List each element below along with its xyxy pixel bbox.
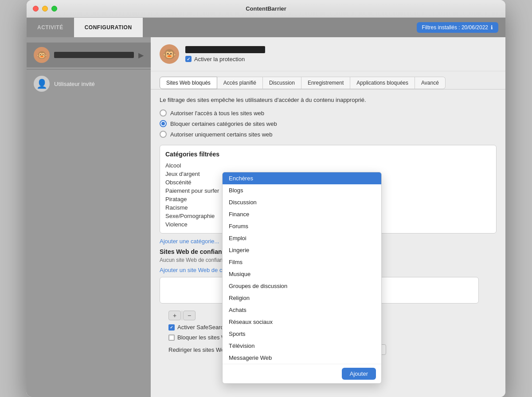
sidebar-item-active-user[interactable]: 🐵 ▶ [27, 43, 151, 67]
radio-row-2[interactable]: Autoriser uniquement certains sites web [160, 131, 497, 138]
sidebar-divider [27, 69, 151, 70]
dropdown-item-groupes[interactable]: Groupes de discussion [223, 280, 381, 292]
avatar-guest: 👤 [34, 76, 50, 92]
tab-applications-bloquees[interactable]: Applications bloquées [350, 77, 415, 89]
tab-discussion[interactable]: Discussion [263, 77, 301, 89]
dropdown-item-blogs[interactable]: Blogs [223, 184, 381, 196]
dropdown-item-sports[interactable]: Sports [223, 328, 381, 340]
dropdown-item-reseaux[interactable]: Réseaux sociaux [223, 316, 381, 328]
tab-acces-planifie[interactable]: Accès planifié [217, 77, 263, 89]
traffic-lights [33, 6, 57, 12]
minimize-button[interactable] [42, 6, 48, 12]
dropdown-item-emploi[interactable]: Emploi [223, 232, 381, 244]
add-item-button[interactable]: + [168, 311, 181, 320]
category-dropdown: Enchères Blogs Discussion Finance Forums [222, 172, 382, 384]
user-info: Activer la protection [185, 46, 265, 62]
safe-search-checkbox[interactable] [168, 324, 175, 331]
categories-title: Catégories filtrées [165, 151, 491, 158]
content-area: Le filtrage des sites empêche les utilis… [151, 90, 505, 366]
dropdown-add-button[interactable]: Ajouter [342, 368, 376, 380]
tab-avance[interactable]: Avancé [415, 77, 446, 89]
app-window: ContentBarrier ACTIVITÉ CONFIGURATION Fi… [27, 0, 505, 397]
dropdown-item-television[interactable]: Télévision [223, 340, 381, 352]
radio-btn-2[interactable] [160, 131, 167, 138]
tab-activite[interactable]: ACTIVITÉ [27, 18, 74, 37]
dropdown-item-encheres[interactable]: Enchères [223, 172, 381, 184]
dropdown-item-musique[interactable]: Musique [223, 268, 381, 280]
active-user-name-redacted [54, 52, 134, 58]
sidebar: 🐵 ▶ 👤 Utilisateur invité [27, 37, 151, 397]
remove-item-button[interactable]: − [183, 311, 196, 320]
dropdown-item-religion[interactable]: Religion [223, 292, 381, 304]
title-bar: ContentBarrier [27, 0, 505, 18]
dropdown-item-discussion[interactable]: Discussion [223, 196, 381, 208]
activate-protection-label: Activer la protection [194, 56, 245, 62]
sidebar-item-guest[interactable]: 👤 Utilisateur invité [27, 71, 151, 96]
maximize-button[interactable] [51, 6, 57, 12]
tab-bar: ACTIVITÉ CONFIGURATION Filtres installés… [27, 18, 505, 37]
guest-user-label: Utilisateur invité [54, 81, 95, 87]
tab-configuration[interactable]: CONFIGURATION [74, 18, 143, 37]
right-panel: 🐵 Activer la protection Sites Web bloqué… [151, 37, 505, 397]
dropdown-item-achats[interactable]: Achats [223, 304, 381, 316]
user-header: 🐵 Activer la protection [151, 37, 505, 71]
window-title: ContentBarrier [246, 5, 286, 12]
block-sites-checkbox[interactable] [168, 335, 175, 341]
activate-protection-row: Activer la protection [185, 56, 265, 62]
main-content: 🐵 ▶ 👤 Utilisateur invité 🐵 Activer la pr… [27, 37, 505, 397]
tab-sites-web-bloques[interactable]: Sites Web bloqués [160, 77, 217, 89]
categories-section: Catégories filtrées Alcool Jeux d'argent… [160, 145, 497, 234]
user-avatar: 🐵 [160, 44, 179, 64]
info-icon: ℹ [491, 24, 493, 31]
radio-btn-0[interactable] [160, 109, 167, 117]
pm-divider [182, 311, 182, 320]
user-name-redacted [185, 46, 265, 53]
dropdown-item-finance[interactable]: Finance [223, 208, 381, 220]
close-button[interactable] [33, 6, 39, 12]
safe-search-label: Activer SafeSearch [177, 324, 227, 331]
dropdown-footer: Ajouter [223, 364, 381, 383]
activate-protection-checkbox[interactable] [185, 56, 192, 62]
filter-badge: Filtres installés : 20/06/2022 ℹ [417, 22, 498, 33]
dropdown-item-forums[interactable]: Forums [223, 220, 381, 232]
dropdown-item-lingerie[interactable]: Lingerie [223, 244, 381, 256]
category-alcool: Alcool [165, 162, 491, 169]
section-tabs: Sites Web bloqués Accès planifié Discuss… [151, 71, 505, 90]
radio-row-0[interactable]: Autoriser l'accès à tous les sites web [160, 109, 497, 117]
avatar-active-user: 🐵 [34, 47, 50, 63]
radio-group: Autoriser l'accès à tous les sites web B… [160, 109, 497, 138]
radio-btn-1[interactable] [160, 120, 167, 127]
arrow-right-icon: ▶ [138, 51, 144, 59]
tab-enregistrement[interactable]: Enregistrement [301, 77, 350, 89]
radio-row-1[interactable]: Bloquer certaines catégories de sites we… [160, 120, 497, 127]
filter-description: Le filtrage des sites empêche les utilis… [160, 97, 497, 103]
dropdown-item-films[interactable]: Films [223, 256, 381, 268]
dropdown-item-messagerie[interactable]: Messagerie Web [223, 352, 381, 364]
